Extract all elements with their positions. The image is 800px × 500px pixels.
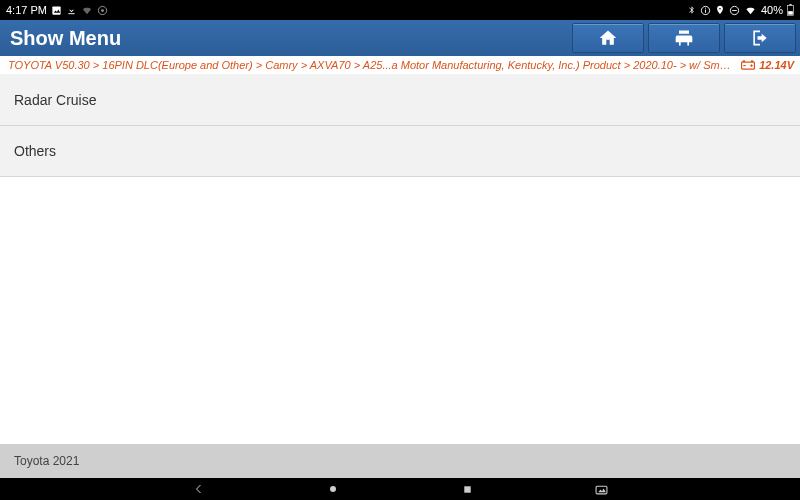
download-icon	[66, 5, 77, 16]
bluetooth-icon	[687, 4, 696, 16]
android-status-bar: 4:17 PM 40%	[0, 0, 800, 20]
exit-icon	[749, 28, 771, 48]
svg-marker-22	[598, 488, 606, 492]
voltage-value: 12.14V	[759, 59, 794, 71]
chevron-left-icon	[193, 483, 205, 495]
dnd-icon	[729, 5, 740, 16]
image-icon	[51, 5, 62, 16]
breadcrumb-text: TOYOTA V50.30 > 16PIN DLC(Europe and Oth…	[8, 59, 735, 71]
vehicle-label: Toyota 2021	[14, 454, 79, 468]
menu-list: Radar Cruise Others	[0, 74, 800, 444]
battery-percent: 40%	[761, 4, 783, 16]
svg-point-19	[330, 486, 336, 492]
svg-rect-16	[743, 65, 745, 66]
svg-rect-15	[751, 60, 753, 62]
nav-home-button[interactable]	[321, 478, 345, 500]
circle-icon	[327, 483, 339, 495]
printer-icon	[673, 28, 695, 48]
location-icon	[715, 4, 725, 16]
wifi-dim-icon	[81, 5, 93, 16]
square-icon	[462, 484, 473, 495]
svg-rect-20	[464, 486, 470, 492]
battery-voltage: 12.14V	[741, 59, 794, 71]
svg-rect-0	[52, 6, 60, 14]
list-item-label: Radar Cruise	[14, 92, 96, 108]
svg-rect-21	[596, 486, 607, 494]
home-button[interactable]	[572, 23, 644, 53]
status-right: 40%	[687, 4, 794, 16]
nav-recent-button[interactable]	[455, 478, 479, 500]
svg-rect-9	[732, 10, 737, 11]
nav-screenshot-button[interactable]	[589, 478, 613, 500]
app-header: Show Menu	[0, 20, 800, 56]
list-item-label: Others	[14, 143, 56, 159]
svg-rect-12	[788, 11, 793, 15]
car-battery-icon	[741, 60, 755, 70]
svg-rect-14	[743, 60, 745, 62]
page-title: Show Menu	[10, 27, 572, 50]
svg-rect-18	[751, 64, 752, 66]
svg-point-4	[101, 9, 104, 12]
status-left: 4:17 PM	[6, 4, 108, 16]
list-item[interactable]: Others	[0, 125, 800, 177]
svg-rect-6	[705, 9, 706, 12]
breadcrumb: TOYOTA V50.30 > 16PIN DLC(Europe and Oth…	[0, 56, 800, 74]
home-icon	[597, 28, 619, 48]
nav-back-button[interactable]	[187, 478, 211, 500]
svg-rect-7	[705, 7, 706, 8]
android-nav-bar	[0, 478, 800, 500]
status-time: 4:17 PM	[6, 4, 47, 16]
screenshot-icon	[595, 484, 608, 495]
list-item[interactable]: Radar Cruise	[0, 74, 800, 126]
exit-button[interactable]	[724, 23, 796, 53]
print-button[interactable]	[648, 23, 720, 53]
svg-rect-2	[68, 13, 74, 14]
wifi-icon	[744, 5, 757, 16]
info-icon	[700, 5, 711, 16]
footer-bar: Toyota 2021	[0, 444, 800, 478]
target-icon	[97, 5, 108, 16]
battery-icon	[787, 4, 794, 16]
